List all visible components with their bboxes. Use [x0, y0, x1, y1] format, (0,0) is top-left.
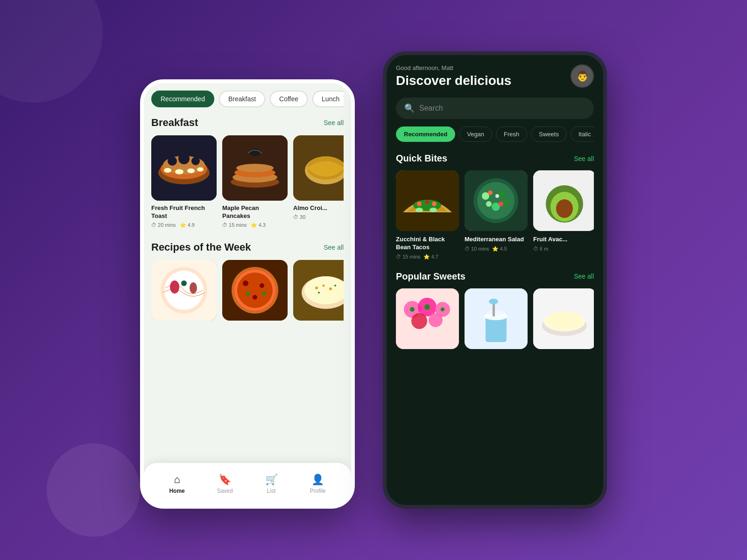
- nav-profile[interactable]: 👤 Profile: [310, 474, 325, 494]
- nav-saved-label: Saved: [217, 488, 233, 494]
- svg-point-57: [488, 190, 493, 195]
- svg-point-24: [181, 280, 187, 286]
- food-card-salad[interactable]: Mediterranean Salad ⏱ 10 mins ⭐ 4.5: [465, 170, 528, 260]
- breakfast-cards-row: Fresh Fruit French Toast ⏱ 20 mins ⭐ 4.9: [151, 135, 344, 228]
- dark-pill-italian[interactable]: Italic: [571, 126, 594, 142]
- svg-point-55: [486, 201, 492, 207]
- food-card-sweet1[interactable]: [396, 288, 459, 354]
- svg-point-15: [236, 164, 274, 172]
- croissant-time: ⏱ 30: [293, 214, 305, 220]
- pill-breakfast[interactable]: Breakfast: [219, 91, 265, 107]
- recipes-see-all[interactable]: See all: [324, 244, 344, 251]
- pill-recommended[interactable]: Recommended: [151, 91, 214, 107]
- pasta-img: [151, 260, 217, 321]
- pancakes-rating: ⭐ 4.3: [251, 222, 266, 228]
- tacos-meta: ⏱ 15 mins ⭐ 4.7: [396, 254, 459, 260]
- food-card-croissant[interactable]: Almo Croi... ⏱ 30: [293, 135, 344, 228]
- bg-blob-1: [0, 0, 103, 103]
- popular-sweets-see-all[interactable]: See all: [574, 273, 594, 280]
- svg-point-29: [243, 280, 248, 286]
- nav-saved[interactable]: 🔖 Saved: [217, 474, 233, 494]
- svg-rect-77: [493, 302, 495, 316]
- greeting-main: Discover delicious: [396, 73, 511, 88]
- svg-point-69: [429, 313, 443, 327]
- pizza-img: [222, 260, 288, 321]
- tacos-time: ⏱ 15 mins: [396, 254, 421, 259]
- breakfast-see-all[interactable]: See all: [324, 119, 344, 126]
- food-card-pizza[interactable]: [222, 260, 288, 324]
- dark-pill-vegan[interactable]: Vegan: [459, 126, 492, 142]
- food-card-sweet3[interactable]: [533, 288, 594, 354]
- nav-home-label: Home: [169, 488, 184, 494]
- french-toast-meta: ⏱ 20 mins ⭐ 4.9: [151, 222, 217, 228]
- svg-point-46: [432, 202, 437, 206]
- salad-rating: ⭐ 4.5: [492, 246, 507, 252]
- croissant-img: [293, 135, 344, 201]
- croissant-meta: ⏱ 30: [293, 214, 344, 220]
- svg-point-51: [477, 182, 514, 219]
- pill-lunch[interactable]: Lunch: [312, 91, 344, 107]
- category-pills-light: Recommended Breakfast Coffee Lunch D: [151, 91, 344, 107]
- svg-point-38: [323, 284, 325, 287]
- food-card-sweet2[interactable]: [465, 288, 528, 354]
- food-card-fruit[interactable]: Fruit Avac... ⏱ 6 m: [533, 170, 594, 260]
- svg-point-10: [197, 168, 204, 172]
- svg-point-23: [190, 282, 197, 294]
- food-card-pasta[interactable]: [151, 260, 217, 324]
- nav-home[interactable]: ⌂ Home: [169, 474, 184, 494]
- dark-pill-recommended[interactable]: Recommended: [396, 126, 455, 142]
- fruit-title: Fruit Avac...: [533, 236, 594, 244]
- popular-sweets-header: Popular Sweets See all: [396, 271, 594, 282]
- greeting-sub: Good afternoon, Matt: [396, 64, 511, 71]
- svg-point-30: [260, 283, 264, 288]
- phone-dark: Good afternoon, Matt Discover delicious …: [383, 51, 607, 509]
- croissant-title: Almo Croi...: [293, 204, 344, 212]
- breakfast-section-header: Breakfast See all: [151, 117, 344, 129]
- nav-list[interactable]: 🛒 List: [265, 474, 278, 494]
- food-card-french-toast[interactable]: Fresh Fruit French Toast ⏱ 20 mins ⭐ 4.9: [151, 135, 217, 228]
- pancakes-img: [222, 135, 288, 201]
- sweet1-img: [396, 288, 459, 349]
- svg-point-71: [424, 304, 430, 310]
- svg-point-78: [489, 299, 498, 304]
- pancakes-time: ⏱ 15 mins: [222, 222, 247, 228]
- salad-title: Mediterranean Salad: [465, 236, 528, 244]
- home-icon: ⌂: [174, 474, 180, 486]
- svg-point-22: [170, 280, 179, 294]
- svg-point-4: [168, 156, 177, 166]
- search-bar[interactable]: 🔍 Search: [396, 98, 594, 119]
- svg-rect-74: [486, 316, 507, 342]
- salad-meta: ⏱ 10 mins ⭐ 4.5: [465, 246, 528, 252]
- dark-pill-sweets[interactable]: Sweets: [531, 126, 567, 142]
- pancakes-title: Maple Pecan Pancakes: [222, 204, 288, 220]
- svg-point-37: [315, 287, 318, 289]
- dark-header: Good afternoon, Matt Discover delicious …: [396, 64, 594, 88]
- svg-point-9: [187, 168, 195, 173]
- french-toast-rating: ⭐ 4.9: [180, 222, 195, 228]
- user-avatar[interactable]: 👨: [571, 64, 594, 88]
- quick-bites-title: Quick Bites: [396, 153, 447, 164]
- recipes-section-header: Recipes of the Week See all: [151, 241, 344, 253]
- rice-img: [293, 260, 344, 321]
- recipes-title: Recipes of the Week: [151, 241, 251, 253]
- food-card-rice[interactable]: [293, 260, 344, 324]
- saved-icon: 🔖: [218, 474, 231, 486]
- salad-img: [465, 170, 528, 231]
- food-card-tacos[interactable]: Zucchini & Black Bean Tacos ⏱ 15 mins ⭐ …: [396, 170, 459, 260]
- svg-point-76: [486, 310, 505, 315]
- svg-point-59: [495, 194, 499, 198]
- svg-point-41: [318, 292, 320, 294]
- recipes-cards-row: [151, 260, 344, 324]
- svg-point-40: [334, 285, 336, 287]
- svg-point-31: [253, 295, 257, 300]
- pill-coffee[interactable]: Coffee: [270, 91, 308, 107]
- svg-point-44: [417, 202, 422, 206]
- svg-point-32: [246, 292, 250, 295]
- profile-icon: 👤: [311, 474, 324, 486]
- quick-bites-cards: Zucchini & Black Bean Tacos ⏱ 15 mins ⭐ …: [396, 170, 594, 260]
- list-icon: 🛒: [265, 474, 278, 486]
- food-card-pancakes[interactable]: Maple Pecan Pancakes ⏱ 15 mins ⭐ 4.3: [222, 135, 288, 228]
- tacos-title: Zucchini & Black Bean Tacos: [396, 236, 459, 252]
- dark-pill-fresh[interactable]: Fresh: [496, 126, 527, 142]
- quick-bites-see-all[interactable]: See all: [574, 155, 594, 162]
